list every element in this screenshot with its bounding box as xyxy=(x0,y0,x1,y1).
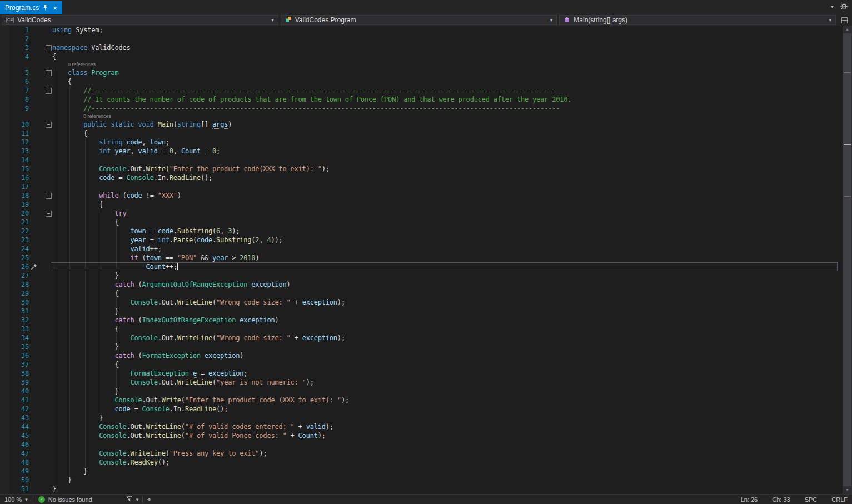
line-number[interactable]: 31 xyxy=(0,307,29,316)
code-text[interactable]: Console.Out.WriteLine("Wrong code size: … xyxy=(52,298,843,307)
codelens-references-link[interactable]: 0 references xyxy=(83,113,111,120)
line-number[interactable]: 10 xyxy=(0,120,29,129)
line-number[interactable]: 5 xyxy=(0,68,29,77)
issues-indicator[interactable]: ✓ No issues found xyxy=(38,496,92,503)
line-number[interactable]: 11 xyxy=(0,129,29,138)
line-number[interactable]: 18 xyxy=(0,191,29,200)
code-text[interactable]: Console.Out.Write("Enter the product cod… xyxy=(52,164,843,173)
fold-collapse-icon[interactable]: − xyxy=(46,88,52,94)
member-dropdown[interactable]: Main(string[] args) ▾ xyxy=(559,15,836,25)
code-text[interactable]: Console.ReadKey(); xyxy=(52,458,843,467)
tab-program-cs[interactable]: Program.cs × xyxy=(0,1,62,14)
fold-collapse-icon[interactable]: − xyxy=(46,45,52,51)
fold-collapse-icon[interactable]: − xyxy=(46,70,52,76)
code-text[interactable] xyxy=(52,156,843,164)
code-text[interactable]: Console.Out.WriteLine("Wrong code size: … xyxy=(52,333,843,342)
code-text[interactable]: } xyxy=(52,307,843,316)
code-text[interactable]: Console.Out.WriteLine("# of valid Ponce … xyxy=(52,431,843,440)
pin-icon[interactable] xyxy=(43,4,48,11)
code-text[interactable]: { xyxy=(52,218,843,227)
code-text[interactable]: //--------------------------------------… xyxy=(52,104,843,113)
code-text[interactable]: using System; xyxy=(52,26,843,34)
line-number[interactable]: 44 xyxy=(0,422,29,431)
code-text[interactable]: { xyxy=(52,200,843,209)
line-number[interactable]: 35 xyxy=(0,342,29,351)
line-number[interactable]: 46 xyxy=(0,440,29,449)
code-text[interactable]: { xyxy=(52,289,843,298)
line-number[interactable]: 27 xyxy=(0,271,29,280)
line-number[interactable]: 40 xyxy=(0,387,29,396)
line-number[interactable]: 15 xyxy=(0,164,29,173)
line-number[interactable]: 43 xyxy=(0,413,29,422)
code-text[interactable]: public static void Main(string[] args) xyxy=(52,120,843,129)
line-number[interactable]: 28 xyxy=(0,280,29,289)
code-text[interactable]: catch (IndexOutOfRangeException exceptio… xyxy=(52,316,843,325)
line-number[interactable]: 25 xyxy=(0,253,29,262)
code-text[interactable]: Console.WriteLine("Press any key to exit… xyxy=(52,449,843,458)
line-number[interactable]: 36 xyxy=(0,351,29,360)
code-text[interactable]: FormatException e = exception; xyxy=(52,369,843,378)
code-text[interactable]: catch (ArgumentOutOfRangeException excep… xyxy=(52,280,843,289)
line-number[interactable]: 17 xyxy=(0,182,29,191)
line-number[interactable]: 9 xyxy=(0,104,29,113)
scroll-up-icon[interactable]: ▴ xyxy=(843,26,852,33)
split-window-icon[interactable] xyxy=(841,17,848,23)
code-text[interactable] xyxy=(52,34,843,43)
code-text[interactable] xyxy=(52,440,843,449)
project-dropdown[interactable]: C# ValidCodes ▾ xyxy=(2,15,278,25)
fold-collapse-icon[interactable]: − xyxy=(46,193,52,199)
spaces-indicator[interactable]: SPC xyxy=(805,496,818,503)
line-ending-indicator[interactable]: CRLF xyxy=(831,496,848,503)
code-text[interactable]: Console.Out.WriteLine("year is not numer… xyxy=(52,378,843,387)
scrollbar-thumb[interactable] xyxy=(843,33,851,486)
line-number[interactable]: 22 xyxy=(0,227,29,236)
code-text[interactable]: } xyxy=(52,413,843,422)
code-text[interactable]: Console.Out.WriteLine("# of valid codes … xyxy=(52,422,843,431)
line-number[interactable]: 51 xyxy=(0,485,29,493)
code-text[interactable]: int year, valid = 0, Count = 0; xyxy=(52,147,843,156)
line-number[interactable]: 8 xyxy=(0,95,29,104)
code-text[interactable]: { xyxy=(52,52,843,61)
type-dropdown[interactable]: ValidCodes.Program ▾ xyxy=(281,15,557,25)
line-number[interactable]: 2 xyxy=(0,34,29,43)
line-number[interactable]: 26 xyxy=(0,262,29,271)
fold-collapse-icon[interactable]: − xyxy=(46,211,52,217)
line-number[interactable]: 3 xyxy=(0,43,29,52)
code-text[interactable]: string code, town; xyxy=(52,138,843,147)
line-number[interactable]: 4 xyxy=(0,52,29,61)
line-number[interactable]: 38 xyxy=(0,369,29,378)
code-text[interactable]: try xyxy=(52,209,843,218)
code-text[interactable]: } xyxy=(52,387,843,396)
line-number[interactable]: 19 xyxy=(0,200,29,209)
line-number[interactable]: 13 xyxy=(0,147,29,156)
line-number[interactable]: 14 xyxy=(0,156,29,164)
line-number[interactable]: 42 xyxy=(0,405,29,413)
code-text[interactable]: while (code != "XXX") xyxy=(52,191,843,200)
line-number[interactable]: 32 xyxy=(0,316,29,325)
code-text[interactable]: code = Console.In.ReadLine(); xyxy=(52,405,843,413)
line-number[interactable]: 20 xyxy=(0,209,29,218)
code-text[interactable]: catch (FormatException exception) xyxy=(52,351,843,360)
line-number[interactable]: 1 xyxy=(0,26,29,34)
zoom-control[interactable]: 100 % ▾ xyxy=(4,496,28,503)
filter-icon[interactable] xyxy=(126,496,132,503)
line-number[interactable]: 24 xyxy=(0,244,29,253)
code-text[interactable]: { xyxy=(52,360,843,369)
line-number[interactable]: 39 xyxy=(0,378,29,387)
vertical-scrollbar[interactable]: ▴ ▾ xyxy=(843,26,852,494)
code-text[interactable]: { xyxy=(52,325,843,333)
fold-collapse-icon[interactable]: − xyxy=(46,122,52,128)
line-number[interactable]: 30 xyxy=(0,298,29,307)
line-number[interactable]: 41 xyxy=(0,396,29,405)
line-number[interactable]: 48 xyxy=(0,458,29,467)
code-text[interactable]: } xyxy=(52,467,843,476)
code-text[interactable]: class Program xyxy=(52,68,843,77)
code-text[interactable]: // It counts the number of code of produ… xyxy=(52,95,843,104)
line-number[interactable]: 6 xyxy=(0,77,29,86)
line-number[interactable]: 47 xyxy=(0,449,29,458)
code-text[interactable]: { xyxy=(52,129,843,138)
line-number[interactable]: 45 xyxy=(0,431,29,440)
tab-list-chevron-icon[interactable]: ▾ xyxy=(831,3,834,9)
line-number[interactable]: 21 xyxy=(0,218,29,227)
code-text[interactable]: //--------------------------------------… xyxy=(52,86,843,95)
